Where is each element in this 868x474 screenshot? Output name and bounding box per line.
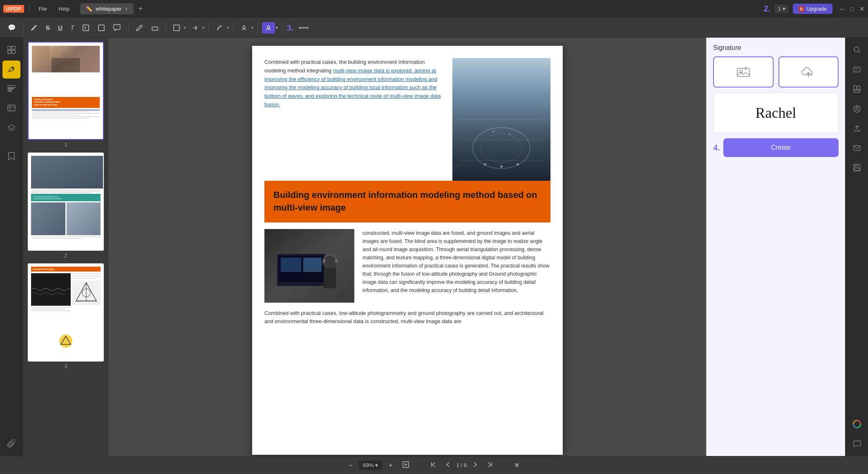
thumb2-teal: Preservation and inheritance ofarchitect… (31, 194, 101, 201)
arrow-tool[interactable] (188, 22, 201, 34)
doc-link-text: multi-view image data is explored, aimin… (264, 67, 441, 108)
thumb-line (31, 309, 65, 310)
upgrade-button[interactable]: h Upgrade (793, 4, 833, 14)
next-page-btn[interactable] (470, 460, 481, 471)
close-btn[interactable]: ✕ (859, 5, 865, 13)
ocr-icon-btn[interactable] (848, 61, 866, 79)
thumb-line (31, 310, 71, 311)
thumb2-bottom (31, 202, 101, 235)
search-icon-btn[interactable] (848, 41, 866, 59)
colors-icon-btn[interactable] (848, 415, 866, 433)
note-tool[interactable] (95, 22, 108, 34)
text-comment-tool[interactable]: T (68, 22, 77, 33)
share-icon-btn[interactable] (848, 119, 866, 137)
doc-right-para: constructed, multi-view image data are f… (362, 229, 550, 294)
save-icon-btn[interactable] (848, 159, 866, 177)
sidebar-thumbnails[interactable] (2, 41, 20, 59)
svg-rect-48 (323, 259, 325, 263)
protect-icon-btn[interactable] (848, 100, 866, 118)
strikethrough-tool[interactable]: S (43, 22, 53, 33)
thumbnail-page-3[interactable]: Geometric Philosophy (26, 263, 105, 369)
sig-dropdown[interactable]: ▾ (276, 25, 278, 30)
svg-rect-11 (12, 50, 15, 54)
zoom-out-btn[interactable]: − (345, 460, 356, 471)
sidebar-bookmarks[interactable] (2, 100, 20, 118)
signature-tool-btn[interactable] (262, 22, 275, 34)
measure-tool[interactable] (296, 22, 311, 34)
arrow-dropdown[interactable]: ▾ (202, 25, 204, 30)
svg-rect-14 (8, 88, 13, 89)
svg-rect-45 (303, 258, 322, 272)
svg-rect-50 (737, 68, 749, 76)
thumb-line (32, 113, 100, 114)
markup-tool[interactable] (27, 22, 40, 34)
sidebar-bookmarks2[interactable] (2, 147, 20, 165)
zoom-dropdown-icon[interactable]: ▾ (375, 462, 378, 468)
doc-paragraph-1: Combined with practical cases, the build… (264, 58, 444, 109)
create-signature-button[interactable]: Create (723, 138, 839, 157)
page-indicator[interactable]: 1 ▾ (774, 4, 788, 13)
pen-dropdown[interactable]: ▾ (227, 25, 229, 30)
menu-file[interactable]: File (34, 4, 51, 13)
sidebar-edit-active[interactable] (2, 61, 20, 79)
upload-cloud-box[interactable] (779, 56, 839, 88)
thumb-line (31, 307, 71, 308)
minimize-btn[interactable]: ─ (840, 5, 844, 13)
close-toolbar-btn[interactable]: ✕ (511, 459, 523, 471)
sidebar-attachments[interactable] (2, 435, 20, 453)
thumbnail-page-1[interactable]: Building environmentinformation modeling… (26, 42, 105, 148)
svg-point-7 (267, 26, 270, 28)
email-icon-btn[interactable] (848, 139, 866, 157)
tab-whitepaper[interactable]: ✏️ whitepaper × (80, 3, 134, 14)
underline-tool[interactable]: U (55, 22, 65, 33)
shape-tool[interactable] (170, 22, 183, 34)
thumb-line (31, 236, 101, 237)
pencil-tool[interactable] (133, 22, 146, 34)
page-dropdown-icon[interactable]: ▾ (783, 6, 785, 12)
eraser-tool[interactable] (148, 22, 161, 34)
svg-rect-53 (854, 67, 860, 72)
svg-rect-47 (324, 268, 336, 288)
tab-add-btn[interactable]: + (135, 3, 146, 15)
text-box-tool[interactable]: T (79, 22, 92, 34)
step4-badge: 4. (713, 142, 720, 153)
stamp-tool[interactable] (237, 22, 251, 34)
shape-dropdown[interactable]: ▾ (184, 25, 186, 30)
thumb-label-3: 3 (65, 364, 67, 369)
thumb1-building-img (32, 46, 100, 72)
signature-text: Rachel (756, 104, 796, 121)
zoom-in-btn[interactable]: + (385, 460, 396, 471)
thumb-line (31, 192, 90, 193)
sidebar-comments[interactable] (2, 80, 20, 98)
thumb3-title: Geometric Philosophy (31, 267, 101, 272)
doc-main-content: Combined with practical cases, the build… (264, 58, 550, 181)
thumb-line (32, 116, 100, 117)
document-area[interactable]: Combined with practical cases, the build… (109, 38, 706, 456)
fit-page-btn[interactable] (399, 459, 412, 472)
window-controls: ─ □ ✕ (840, 5, 865, 13)
pen-tool[interactable] (213, 22, 226, 34)
create-section: 4. Create (713, 138, 839, 157)
svg-rect-4 (152, 27, 158, 30)
doc-lower-content: constructed, multi-view image data are f… (264, 229, 550, 303)
prev-page-btn[interactable] (443, 460, 453, 471)
svg-rect-56 (854, 90, 860, 92)
thumbnail-panel: Building environmentinformation modeling… (23, 38, 109, 456)
callout-tool[interactable] (110, 22, 124, 34)
comment-tool[interactable]: 💬 (5, 22, 19, 34)
sidebar-layers[interactable] (2, 119, 20, 137)
chat-icon-btn[interactable] (848, 435, 866, 453)
menu-help[interactable]: Help (54, 4, 74, 13)
last-page-btn[interactable] (484, 460, 496, 471)
tab-close-btn[interactable]: × (125, 6, 128, 12)
main-area: Building environmentinformation modeling… (0, 38, 868, 456)
thumb-line (72, 278, 96, 279)
organize-icon-btn[interactable] (848, 80, 866, 98)
first-page-btn[interactable] (427, 460, 439, 471)
svg-rect-44 (281, 258, 301, 272)
maximize-btn[interactable]: □ (850, 5, 854, 13)
stamp-dropdown[interactable]: ▾ (251, 25, 253, 30)
upload-image-box[interactable] (713, 56, 774, 88)
thumbnail-page-2[interactable]: Preservation and inheritance ofarchitect… (26, 153, 105, 258)
doc-right-text: constructed, multi-view image data are f… (362, 229, 550, 303)
